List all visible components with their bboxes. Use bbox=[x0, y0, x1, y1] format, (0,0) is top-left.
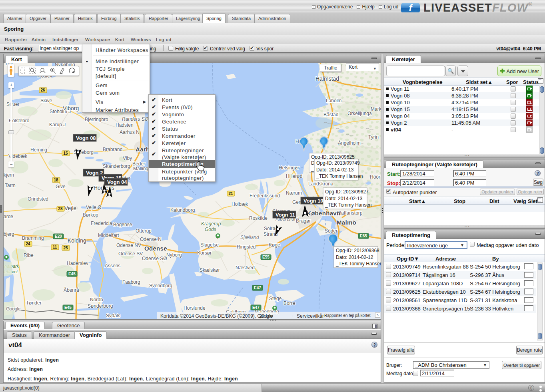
svg-text:Viborg: Viborg bbox=[63, 105, 79, 111]
svg-text:Odense N: Odense N bbox=[140, 237, 162, 242]
svg-text:kjern: kjern bbox=[4, 172, 14, 178]
svg-text:Holbæk: Holbæk bbox=[232, 201, 248, 207]
svg-text:Vejle: Vejle bbox=[64, 205, 77, 211]
svg-text:Stege: Stege bbox=[269, 296, 282, 301]
svg-text:25: 25 bbox=[63, 246, 68, 250]
svg-text:Viby: Viby bbox=[123, 155, 132, 161]
svg-text:Dato: 2014-02-13: Dato: 2014-02-13 bbox=[316, 167, 354, 173]
svg-text:Hadsten: Hadsten bbox=[116, 122, 134, 128]
svg-text:Dato: 2014-02-12: Dato: 2014-02-12 bbox=[336, 255, 373, 260]
svg-text:Opg-ID: 2013/09749: Opg-ID: 2013/09749 bbox=[316, 160, 360, 166]
svg-text:Karup J: Karup J bbox=[49, 122, 66, 127]
svg-text:Dato: 2014-02-13: Dato: 2014-02-13 bbox=[325, 196, 363, 201]
svg-text:18: 18 bbox=[54, 178, 58, 182]
svg-text:Randers SØ: Randers SØ bbox=[122, 116, 149, 122]
svg-text:Åbenrå: Åbenrå bbox=[64, 287, 79, 293]
svg-text:Vogn 10: Vogn 10 bbox=[303, 198, 323, 204]
svg-text:Söder: Söder bbox=[325, 228, 337, 234]
svg-text:21: 21 bbox=[228, 191, 233, 196]
svg-text:Tyrin: Tyrin bbox=[368, 134, 379, 140]
svg-text:Korsør: Korsør bbox=[197, 250, 212, 256]
svg-text:_TEK Tommy Hansen: _TEK Tommy Hansen bbox=[335, 261, 381, 267]
svg-text:Nyborg: Nyborg bbox=[166, 252, 182, 258]
svg-text:Borre: Borre bbox=[283, 300, 295, 306]
svg-text:Odense: Odense bbox=[144, 245, 167, 252]
svg-text:Nærum: Nærum bbox=[286, 190, 302, 196]
svg-text:Dragør: Dragør bbox=[296, 218, 311, 224]
svg-text:Skive: Skive bbox=[40, 98, 52, 103]
svg-text:Tønder: Tønder bbox=[26, 300, 42, 306]
svg-text:E55: E55 bbox=[262, 255, 270, 259]
svg-text:Odense SØ: Odense SØ bbox=[142, 256, 167, 261]
svg-text:Gen: Gen bbox=[292, 199, 301, 205]
svg-text:Kalundborg: Kalundborg bbox=[170, 207, 195, 213]
svg-text:Odense SV: Odense SV bbox=[118, 251, 143, 257]
svg-text:15: 15 bbox=[63, 151, 68, 155]
svg-text:Roskilde: Roskilde bbox=[249, 215, 268, 221]
svg-text:Aarhus N: Aarhus N bbox=[120, 129, 140, 135]
svg-text:Herning: Herning bbox=[30, 147, 47, 153]
svg-text:E47: E47 bbox=[252, 305, 260, 310]
svg-text:Ringsted: Ringsted bbox=[237, 244, 256, 250]
svg-text:Give: Give bbox=[56, 184, 66, 189]
svg-text:Bramming: Bramming bbox=[22, 235, 44, 241]
svg-text:Opg-ID: 2013/09368: Opg-ID: 2013/09368 bbox=[336, 248, 379, 253]
svg-text:Skælskør: Skælskør bbox=[200, 267, 220, 273]
svg-text:Höör: Höör bbox=[370, 174, 380, 180]
svg-text:24: 24 bbox=[26, 242, 30, 246]
svg-text:11: 11 bbox=[53, 245, 57, 249]
svg-text:Vogn 11: Vogn 11 bbox=[275, 212, 295, 218]
svg-text:Fredericia: Fredericia bbox=[91, 221, 112, 226]
svg-text:Faaborg: Faaborg bbox=[122, 279, 140, 285]
svg-text:bjerg: bjerg bbox=[4, 231, 14, 237]
svg-text:Svdals: Svdals bbox=[106, 313, 120, 318]
svg-text:Assens: Assens bbox=[105, 263, 120, 269]
svg-text:Frederikssund: Frederikssund bbox=[250, 193, 280, 199]
svg-text:Hillerød: Hillerød bbox=[286, 173, 302, 179]
svg-text:Grindsted: Grindsted bbox=[28, 196, 48, 202]
svg-text:Örkelljunga: Örkelljunga bbox=[347, 111, 372, 116]
svg-text:Malling: Malling bbox=[133, 166, 148, 171]
svg-text:Tarm: Tarm bbox=[5, 183, 16, 188]
svg-text:E47: E47 bbox=[254, 286, 261, 290]
svg-text:26: 26 bbox=[40, 88, 45, 92]
svg-text:Bogense: Bogense bbox=[113, 222, 132, 227]
svg-text:Haderslev: Haderslev bbox=[67, 261, 88, 266]
svg-text:Vogn 08: Vogn 08 bbox=[76, 135, 96, 141]
svg-text:Landskrona: Landskrona bbox=[308, 181, 333, 187]
svg-text:Halmstad: Halmstad bbox=[315, 76, 339, 82]
svg-text:Kragerup: Kragerup bbox=[201, 221, 221, 227]
svg-text:Køge: Køge bbox=[269, 242, 280, 248]
svg-text:Struer: Struer bbox=[6, 101, 20, 107]
svg-text:Malmö: Malmö bbox=[337, 219, 356, 226]
svg-text:Sønderborg: Sønderborg bbox=[88, 303, 113, 309]
svg-text:København: København bbox=[307, 210, 340, 217]
svg-text:Gods: Gods bbox=[205, 227, 216, 232]
svg-text:28: 28 bbox=[58, 207, 63, 211]
svg-text:Laholm: Laholm bbox=[326, 98, 341, 103]
svg-text:_TEK Tommy Hansen: _TEK Tommy Hansen bbox=[325, 202, 372, 208]
svg-text:E20: E20 bbox=[55, 234, 62, 239]
svg-text:Horslunde: Horslunde bbox=[184, 305, 206, 311]
svg-text:Bjerringbro: Bjerringbro bbox=[85, 117, 108, 122]
svg-text:Slagelse: Slagelse bbox=[200, 242, 219, 248]
svg-text:Odense NV: Odense NV bbox=[116, 243, 141, 248]
svg-text:E65: E65 bbox=[360, 234, 367, 238]
svg-text:_TEK Tommy Hansen: _TEK Tommy Hansen bbox=[316, 173, 363, 179]
svg-text:E45: E45 bbox=[68, 272, 76, 276]
svg-text:Skanderborg: Skanderborg bbox=[103, 163, 130, 169]
svg-text:Marka: Marka bbox=[371, 106, 381, 112]
svg-text:Næstved: Næstved bbox=[236, 265, 255, 271]
svg-text:Svendborg: Svendborg bbox=[149, 283, 172, 289]
svg-text:Kolding: Kolding bbox=[68, 237, 86, 244]
svg-text:Staffanstorp: Staffanstorp bbox=[337, 210, 363, 216]
svg-text:Brabrand: Brabrand bbox=[103, 147, 122, 152]
svg-text:Vejle Ø: Vejle Ø bbox=[86, 205, 102, 210]
svg-text:Sjælland: Sjælland bbox=[240, 235, 259, 240]
svg-text:Middelfart: Middelfart bbox=[98, 233, 119, 238]
svg-text:Vogn 04: Vogn 04 bbox=[107, 179, 127, 185]
svg-text:E45: E45 bbox=[64, 305, 72, 310]
svg-text:Børkop: Børkop bbox=[83, 212, 98, 218]
svg-text:Båstad: Båstad bbox=[323, 112, 338, 117]
svg-text:Ängelholm: Ängelholm bbox=[338, 140, 361, 146]
